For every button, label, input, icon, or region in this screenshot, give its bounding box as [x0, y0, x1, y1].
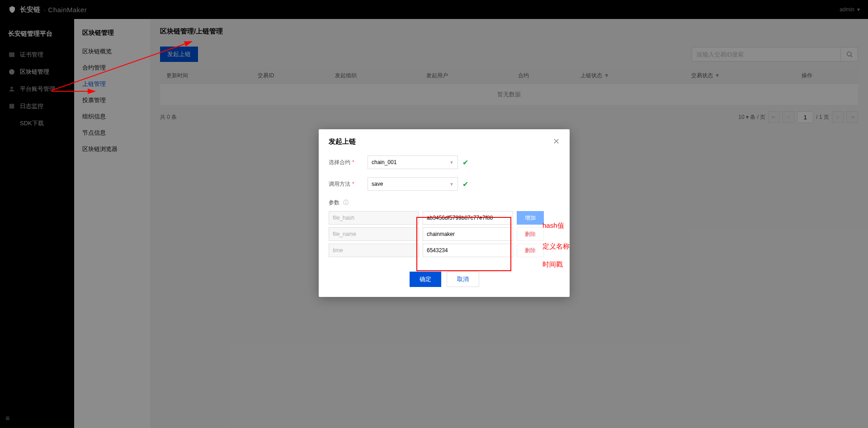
method-label: 调用方法* — [329, 180, 368, 188]
param-key-input — [329, 227, 419, 241]
params-label: 参数ⓘ — [329, 199, 368, 207]
check-icon: ✔ — [462, 180, 468, 188]
close-icon[interactable]: ✕ — [553, 136, 560, 146]
initiate-onchain-modal: 发起上链 ✕ 选择合约* chain_001▼ ✔ 调用方法* save▼ ✔ … — [319, 129, 570, 297]
chevron-down-icon: ▼ — [449, 160, 454, 165]
param-val-input[interactable] — [423, 211, 513, 225]
param-val-input[interactable] — [423, 244, 513, 257]
modal-ok-button[interactable]: 确定 — [410, 272, 441, 287]
info-icon: ⓘ — [343, 199, 349, 207]
modal-title: 发起上链 — [329, 137, 356, 146]
method-select[interactable]: save▼ — [368, 177, 458, 191]
param-val-input[interactable] — [423, 227, 513, 241]
param-add-button[interactable]: 增加 — [517, 211, 544, 225]
param-del-button[interactable]: 删除 — [517, 244, 544, 257]
modal-cancel-button[interactable]: 取消 — [447, 272, 479, 287]
param-key-input — [329, 211, 419, 225]
chevron-down-icon: ▼ — [449, 182, 454, 187]
param-key-input — [329, 244, 419, 257]
contract-label: 选择合约* — [329, 159, 368, 166]
check-icon: ✔ — [462, 158, 468, 167]
param-del-button[interactable]: 删除 — [517, 227, 544, 241]
contract-select[interactable]: chain_001▼ — [368, 155, 458, 169]
